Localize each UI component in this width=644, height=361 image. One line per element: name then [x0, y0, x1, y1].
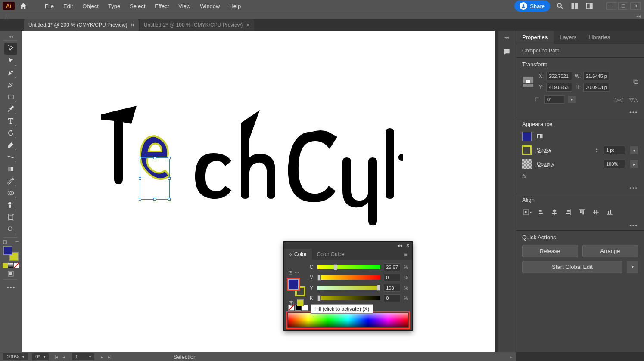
share-button[interactable]: Share [514, 0, 550, 12]
align-vcenter-icon[interactable] [591, 207, 600, 217]
direct-selection-tool[interactable] [4, 55, 17, 67]
draw-mode-icon[interactable] [4, 270, 17, 278]
flip-horizontal-icon[interactable]: ▷◁ [615, 96, 623, 103]
transform-more-icon[interactable]: ••• [516, 107, 644, 117]
menu-object[interactable]: Object [78, 1, 103, 12]
m-value-input[interactable] [384, 274, 400, 281]
resize-handle-ml[interactable] [139, 177, 141, 180]
stroke-dropdown-icon[interactable]: ▾ [630, 146, 638, 154]
stroke-weight-input[interactable] [604, 146, 625, 154]
panel-fill-swatch[interactable] [288, 279, 299, 290]
resize-handle-bl[interactable] [139, 198, 141, 201]
align-to-dropdown[interactable]: ▾ [522, 207, 532, 217]
align-right-icon[interactable] [563, 207, 573, 217]
m-slider[interactable] [317, 275, 380, 280]
resize-handle-tl[interactable] [139, 157, 141, 159]
color-panel-menu-icon[interactable]: ≡ [399, 249, 412, 260]
gradient-tool[interactable] [4, 163, 17, 175]
c-value-input[interactable] [384, 263, 400, 271]
maximize-button[interactable]: ☐ [618, 2, 628, 10]
global-edit-dropdown-icon[interactable]: ▾ [627, 261, 638, 273]
fill-swatch[interactable] [3, 246, 12, 255]
prev-artboard-icon[interactable]: ◂ [61, 353, 68, 360]
next-artboard-icon[interactable]: ▸ [99, 353, 106, 360]
zoom-tool[interactable] [4, 223, 17, 235]
c-slider[interactable] [317, 265, 380, 269]
first-artboard-icon[interactable]: |◂ [53, 353, 60, 360]
align-bottom-icon[interactable] [605, 207, 614, 217]
opacity-swatch[interactable] [522, 159, 532, 169]
layers-tab[interactable]: Layers [554, 31, 582, 44]
align-more-icon[interactable]: ••• [516, 220, 644, 230]
type-tool[interactable] [4, 115, 17, 127]
close-window-button[interactable]: ✕ [630, 2, 641, 10]
constrain-proportions-icon[interactable]: ⧉ [633, 78, 638, 86]
fill-color-swatch[interactable] [522, 132, 532, 141]
collapsed-expand-icon[interactable]: ◂◂ [504, 35, 509, 40]
k-value-input[interactable] [384, 294, 400, 302]
menu-type[interactable]: Type [104, 1, 124, 12]
rotate-input[interactable] [544, 95, 564, 104]
color-panel-collapse-icon[interactable]: ◂◂ [397, 243, 402, 248]
menu-window[interactable]: Window [196, 1, 224, 12]
rotation-dropdown[interactable]: 0°▾ [32, 353, 49, 360]
fill-stroke-swatches[interactable] [3, 246, 19, 261]
minimize-button[interactable]: ─ [606, 2, 616, 10]
gradient-mode-icon[interactable] [8, 263, 13, 268]
control-bar-expand-icon[interactable]: ◂◂ [636, 14, 641, 19]
menu-file[interactable]: File [40, 1, 58, 12]
swap-fill-stroke-icon[interactable]: ◳ [3, 239, 7, 244]
artboard-tool[interactable] [4, 211, 17, 223]
toolbar-collapse-icon[interactable]: ◂◂ [4, 34, 17, 39]
reference-point-grid[interactable] [522, 76, 534, 88]
color-tab[interactable]: ⁘Color [284, 249, 312, 260]
artboard-nav-input[interactable]: 1▾ [72, 353, 94, 360]
selection-tool[interactable] [4, 43, 17, 55]
menu-view[interactable]: View [174, 1, 195, 12]
resize-handle-bm[interactable] [153, 198, 156, 201]
last-artboard-icon[interactable]: ▸| [106, 353, 113, 360]
opacity-input[interactable] [604, 160, 625, 168]
app-logo[interactable]: Ai [3, 2, 15, 10]
paintbrush-tool[interactable] [4, 103, 17, 115]
scrollbar-thumb[interactable]: ▸ [510, 355, 512, 359]
artboard-canvas[interactable]: ◂◂ ✕ ⁘Color Color Guide ≡ ◳ ⤺ [22, 31, 495, 352]
color-spectrum[interactable] [288, 313, 408, 327]
doc-tab-2-close-icon[interactable]: × [246, 22, 249, 28]
none-mode-icon[interactable] [14, 263, 19, 268]
k-slider[interactable] [317, 296, 380, 300]
y-slider[interactable] [317, 286, 380, 290]
menu-effect[interactable]: Effect [150, 1, 173, 12]
h-input[interactable] [583, 83, 609, 92]
menu-edit[interactable]: Edit [59, 1, 77, 12]
arrange-button[interactable]: Arrange [582, 245, 638, 257]
control-bar-grip-left[interactable]: ⋮⋮ [3, 14, 12, 19]
symbol-sprayer-tool[interactable] [4, 199, 17, 211]
w-input[interactable] [583, 72, 609, 80]
appearance-more-icon[interactable]: ••• [516, 183, 644, 193]
eyedropper-tool[interactable] [4, 175, 17, 187]
resize-handle-mr[interactable] [168, 177, 171, 180]
flip-vertical-icon[interactable]: ▽△ [629, 96, 638, 103]
doc-tab-2[interactable]: Untitled-2* @ 100 % (CMYK/CPU Preview) × [140, 19, 254, 31]
release-button[interactable]: Release [522, 245, 578, 257]
current-color-swatch[interactable] [297, 299, 304, 306]
color-panel-close-icon[interactable]: ✕ [406, 243, 410, 248]
align-left-icon[interactable] [536, 207, 545, 217]
eraser-tool[interactable] [4, 139, 17, 151]
stroke-color-swatch[interactable] [522, 145, 532, 155]
align-hcenter-icon[interactable] [550, 207, 559, 217]
libraries-tab[interactable]: Libraries [582, 31, 616, 44]
edit-toolbar-icon[interactable] [4, 281, 17, 293]
y-value-input[interactable] [384, 284, 400, 292]
properties-tab[interactable]: Properties [516, 31, 554, 44]
doc-tab-1-close-icon[interactable]: × [131, 22, 134, 28]
align-top-icon[interactable] [577, 207, 587, 217]
zoom-level-dropdown[interactable]: 200%▾ [3, 353, 28, 360]
color-panel[interactable]: ◂◂ ✕ ⁘Color Color Guide ≡ ◳ ⤺ [283, 241, 413, 331]
menu-select[interactable]: Select [125, 1, 149, 12]
opacity-label[interactable]: Opacity [537, 161, 598, 167]
menu-help[interactable]: Help [225, 1, 245, 12]
comments-icon[interactable] [502, 47, 511, 57]
shape-builder-tool[interactable] [4, 187, 17, 199]
